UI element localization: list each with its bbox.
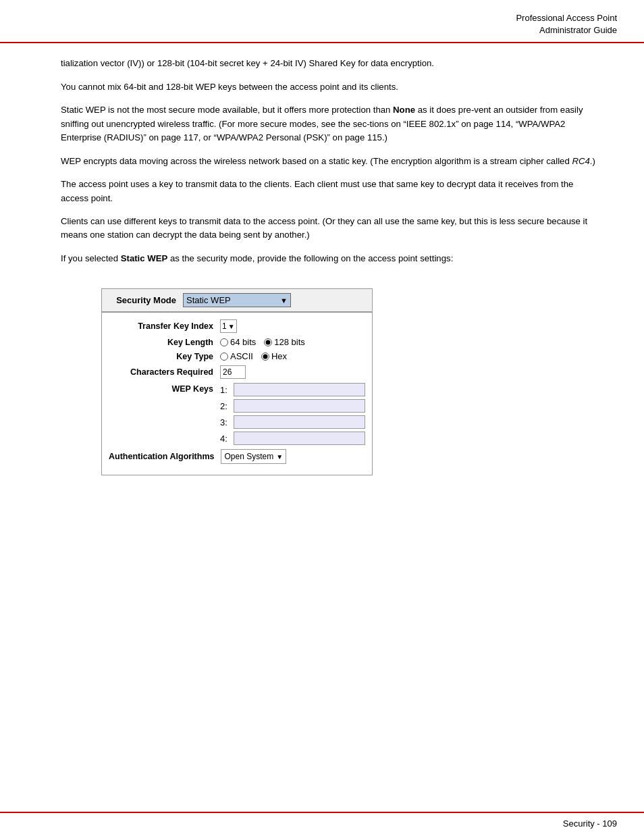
key-length-128-label: 128 bits <box>274 337 305 347</box>
footer-page-number: Security - 109 <box>563 818 617 829</box>
key-length-row: Key Length 64 bits 128 bits <box>109 337 365 347</box>
paragraph-5: The access point uses a key to transmit … <box>61 178 603 205</box>
wep-key-row-1: 1: <box>220 383 365 396</box>
paragraph-4: WEP encrypts data moving across the wire… <box>61 155 603 168</box>
paragraph-7: If you selected Static WEP as the securi… <box>61 252 603 265</box>
header-title: Professional Access Point Administrator … <box>516 12 617 36</box>
chars-required-input[interactable] <box>220 365 246 379</box>
radio-128bits[interactable] <box>264 338 272 346</box>
auth-algorithms-label: Authentication Algorithms <box>109 452 214 461</box>
settings-form: Security Mode Static WEP ▼ Transfer Key … <box>101 288 373 475</box>
wep-key-row-2: 2: <box>220 399 365 413</box>
key-type-group: ASCII Hex <box>220 351 287 361</box>
auth-algorithms-value: Open System <box>224 452 273 461</box>
radio-hex[interactable] <box>261 353 269 361</box>
auth-algorithms-select[interactable]: Open System ▼ <box>221 449 286 464</box>
transfer-key-arrow: ▼ <box>228 323 235 330</box>
transfer-key-row: Transfer Key Index 1 ▼ <box>109 319 365 333</box>
paragraph-1: tialization vector (IV)) or 128-bit (104… <box>61 57 603 70</box>
transfer-key-value: 1 <box>222 321 227 331</box>
wep-key-row-4: 4: <box>220 432 365 445</box>
wep-keys-section: WEP Keys 1: 2: 3: <box>109 383 365 445</box>
wep-key-row-3: 3: <box>220 415 365 429</box>
paragraph-6: Clients can use different keys to transm… <box>61 215 603 242</box>
wep-keys-label: WEP Keys <box>109 383 213 394</box>
wep-key-2-num: 2: <box>220 401 231 411</box>
chars-required-label: Characters Required <box>109 367 213 377</box>
radio-ascii[interactable] <box>220 353 228 361</box>
security-mode-value: Static WEP <box>186 295 231 305</box>
security-mode-arrow: ▼ <box>280 296 288 305</box>
transfer-key-label: Transfer Key Index <box>109 321 213 331</box>
page-header: Professional Access Point Administrator … <box>0 0 644 43</box>
security-mode-select[interactable]: Static WEP ▼ <box>183 293 291 307</box>
wep-key-4-input[interactable] <box>234 432 365 445</box>
auth-algorithms-arrow: ▼ <box>276 453 283 461</box>
key-length-group: 64 bits 128 bits <box>220 337 305 347</box>
key-type-ascii-label: ASCII <box>230 351 253 361</box>
header-line1: Professional Access Point <box>516 13 617 23</box>
wep-key-1-num: 1: <box>220 385 231 395</box>
key-length-64-label: 64 bits <box>230 337 256 347</box>
paragraph-2: You cannot mix 64-bit and 128-bit WEP ke… <box>61 80 603 94</box>
key-type-row: Key Type ASCII Hex <box>109 351 365 361</box>
page-footer: Security - 109 <box>0 812 644 834</box>
key-length-label: Key Length <box>109 338 213 347</box>
header-line2: Administrator Guide <box>539 25 617 35</box>
page-container: Professional Access Point Administrator … <box>0 0 644 834</box>
key-type-hex-item[interactable]: Hex <box>261 351 287 361</box>
radio-64bits[interactable] <box>220 338 228 346</box>
wep-key-2-input[interactable] <box>234 399 365 413</box>
key-type-label: Key Type <box>109 352 213 361</box>
wep-key-4-num: 4: <box>220 434 231 444</box>
wep-keys-inputs: 1: 2: 3: 4: <box>220 383 365 445</box>
key-length-64-item[interactable]: 64 bits <box>220 337 256 347</box>
wep-key-1-input[interactable] <box>234 383 365 396</box>
auth-algorithms-row: Authentication Algorithms Open System ▼ <box>109 449 365 464</box>
chars-required-row: Characters Required <box>109 365 365 379</box>
key-length-128-item[interactable]: 128 bits <box>264 337 305 347</box>
paragraph-3: Static WEP is not the most secure mode a… <box>61 103 603 145</box>
key-type-hex-label: Hex <box>271 351 287 361</box>
wep-key-3-input[interactable] <box>234 415 365 429</box>
wep-key-3-num: 3: <box>220 417 231 427</box>
key-type-ascii-item[interactable]: ASCII <box>220 351 253 361</box>
security-mode-row: Security Mode Static WEP ▼ <box>102 289 372 311</box>
main-content: tialization vector (IV)) or 128-bit (104… <box>0 57 644 489</box>
security-mode-label: Security Mode <box>109 295 176 305</box>
form-inner: Transfer Key Index 1 ▼ Key Length 64 bit… <box>102 313 372 475</box>
transfer-key-select[interactable]: 1 ▼ <box>220 319 237 333</box>
